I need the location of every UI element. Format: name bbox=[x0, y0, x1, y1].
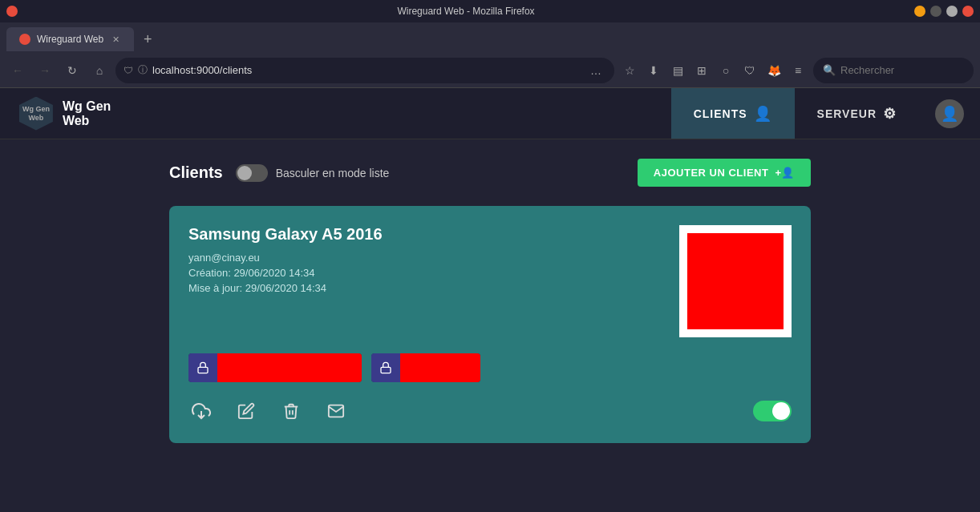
info-icon: ⓘ bbox=[138, 63, 148, 77]
window-close-button[interactable] bbox=[962, 6, 974, 17]
clients-title-row: Clients Basculer en mode liste bbox=[169, 163, 389, 182]
resize-button[interactable] bbox=[946, 6, 958, 17]
private-key-value bbox=[400, 353, 480, 382]
svg-rect-0 bbox=[198, 367, 208, 373]
action-buttons bbox=[188, 398, 349, 424]
content-area: Clients Basculer en mode liste AJOUTER U… bbox=[153, 139, 827, 462]
profile-icon[interactable]: ○ bbox=[715, 60, 736, 81]
nav-tools: ☆ ⬇ ▤ ⊞ ○ 🛡 🦊 ≡ bbox=[619, 60, 808, 81]
enabled-toggle[interactable] bbox=[753, 401, 792, 421]
send-email-button[interactable] bbox=[323, 398, 349, 424]
enabled-knob bbox=[772, 402, 790, 420]
close-button[interactable] bbox=[6, 6, 18, 17]
main-content: Clients Basculer en mode liste AJOUTER U… bbox=[0, 139, 980, 512]
profile-button[interactable]: 👤 bbox=[919, 88, 980, 139]
client-email: yann@cinay.eu bbox=[188, 252, 383, 264]
forward-button[interactable]: → bbox=[34, 59, 56, 82]
enabled-track[interactable] bbox=[753, 401, 792, 421]
app-wrapper: Wg GenWeb Wg Gen Web CLIENTS 👤 SERVEUR ⚙… bbox=[0, 88, 980, 512]
reload-button[interactable]: ↻ bbox=[61, 59, 83, 82]
menu-icon[interactable]: ≡ bbox=[788, 60, 808, 81]
clients-header: Clients Basculer en mode liste AJOUTER U… bbox=[169, 159, 811, 187]
home-button[interactable]: ⌂ bbox=[88, 59, 111, 82]
client-info: Samsung Galaxy A5 2016 yann@cinay.eu Cré… bbox=[188, 225, 383, 294]
created-label: Création: bbox=[188, 267, 231, 279]
toggle-knob bbox=[237, 166, 252, 180]
profile-avatar: 👤 bbox=[935, 99, 964, 128]
add-client-button[interactable]: AJOUTER UN CLIENT +👤 bbox=[638, 159, 811, 187]
updated-date-value: 29/06/2020 14:34 bbox=[245, 282, 326, 294]
downloads-button[interactable]: ⬇ bbox=[643, 60, 664, 81]
download-config-button[interactable] bbox=[188, 398, 214, 424]
nav-clients[interactable]: CLIENTS 👤 bbox=[671, 88, 795, 139]
logo-hexagon: Wg GenWeb bbox=[19, 97, 53, 131]
edit-button[interactable] bbox=[233, 398, 259, 424]
serveur-label: SERVEUR bbox=[817, 107, 877, 120]
public-key-value bbox=[217, 353, 362, 382]
url-bar: 🛡 ⓘ … bbox=[115, 58, 614, 83]
app-title: Wg Gen Web bbox=[63, 99, 141, 128]
title-bar: Wireguard Web - Mozilla Firefox bbox=[0, 0, 980, 22]
client-qr-code bbox=[679, 225, 792, 337]
client-card: Samsung Galaxy A5 2016 yann@cinay.eu Cré… bbox=[169, 206, 811, 443]
back-button[interactable]: ← bbox=[6, 59, 29, 82]
clients-icon: 👤 bbox=[754, 105, 772, 123]
minimize-button[interactable] bbox=[914, 6, 925, 17]
private-key-field bbox=[371, 353, 480, 382]
addon-shield-icon[interactable]: 🛡 bbox=[739, 60, 760, 81]
title-bar-controls bbox=[6, 6, 18, 17]
sync-icon[interactable]: ⊞ bbox=[691, 60, 712, 81]
tab-label: Wireguard Web bbox=[37, 34, 103, 45]
toggle-track[interactable] bbox=[236, 164, 268, 182]
extension-icon[interactable]: 🦊 bbox=[763, 60, 784, 81]
library-icon[interactable]: ▤ bbox=[667, 60, 688, 81]
nav-bar: ← → ↻ ⌂ 🛡 ⓘ … ☆ ⬇ ▤ ⊞ ○ 🛡 🦊 ≡ 🔍 bbox=[0, 53, 980, 88]
tab-close-button[interactable]: ✕ bbox=[110, 34, 121, 45]
public-key-field bbox=[188, 353, 362, 382]
private-key-icon bbox=[371, 353, 400, 382]
search-bar: 🔍 bbox=[813, 58, 974, 83]
client-card-top: Samsung Galaxy A5 2016 yann@cinay.eu Cré… bbox=[188, 225, 792, 337]
qr-code-image bbox=[687, 233, 784, 329]
client-keys bbox=[188, 353, 792, 382]
logo-text: Wg GenWeb bbox=[22, 105, 50, 123]
new-tab-button[interactable]: + bbox=[137, 29, 158, 50]
client-updated-date: Mise à jour: 29/06/2020 14:34 bbox=[188, 282, 383, 294]
more-options-icon[interactable]: … bbox=[585, 60, 606, 81]
browser-tab[interactable]: Wireguard Web ✕ bbox=[6, 27, 134, 51]
client-actions bbox=[188, 398, 792, 424]
app-logo: Wg GenWeb Wg Gen Web bbox=[0, 97, 160, 131]
updated-label: Mise à jour: bbox=[188, 282, 242, 294]
client-name: Samsung Galaxy A5 2016 bbox=[188, 225, 383, 244]
url-input[interactable] bbox=[152, 64, 581, 76]
list-mode-toggle[interactable]: Basculer en mode liste bbox=[236, 164, 390, 182]
delete-button[interactable] bbox=[278, 398, 304, 424]
favicon bbox=[19, 34, 30, 45]
add-client-label: AJOUTER UN CLIENT bbox=[654, 167, 769, 179]
clients-label: CLIENTS bbox=[694, 107, 747, 120]
serveur-icon: ⚙ bbox=[883, 105, 897, 123]
bookmark-icon[interactable]: ☆ bbox=[619, 60, 640, 81]
public-key-icon bbox=[188, 353, 217, 382]
created-date-value: 29/06/2020 14:34 bbox=[233, 267, 314, 279]
window-title: Wireguard Web - Mozilla Firefox bbox=[397, 6, 534, 17]
nav-serveur[interactable]: SERVEUR ⚙ bbox=[795, 88, 919, 139]
search-icon: 🔍 bbox=[823, 64, 836, 76]
security-shield-icon: 🛡 bbox=[124, 65, 133, 76]
add-client-icon: +👤 bbox=[775, 167, 795, 179]
client-created-date: Création: 29/06/2020 14:34 bbox=[188, 267, 383, 279]
tab-bar: Wireguard Web ✕ + bbox=[0, 22, 980, 53]
clients-title: Clients bbox=[169, 163, 223, 182]
app-header: Wg GenWeb Wg Gen Web CLIENTS 👤 SERVEUR ⚙… bbox=[0, 88, 980, 139]
search-input[interactable] bbox=[840, 64, 953, 76]
svg-rect-1 bbox=[381, 367, 391, 373]
maximize-button[interactable] bbox=[930, 6, 942, 17]
app-nav: CLIENTS 👤 SERVEUR ⚙ 👤 bbox=[671, 88, 980, 139]
profile-icon: 👤 bbox=[941, 105, 958, 123]
toggle-label: Basculer en mode liste bbox=[276, 167, 390, 179]
